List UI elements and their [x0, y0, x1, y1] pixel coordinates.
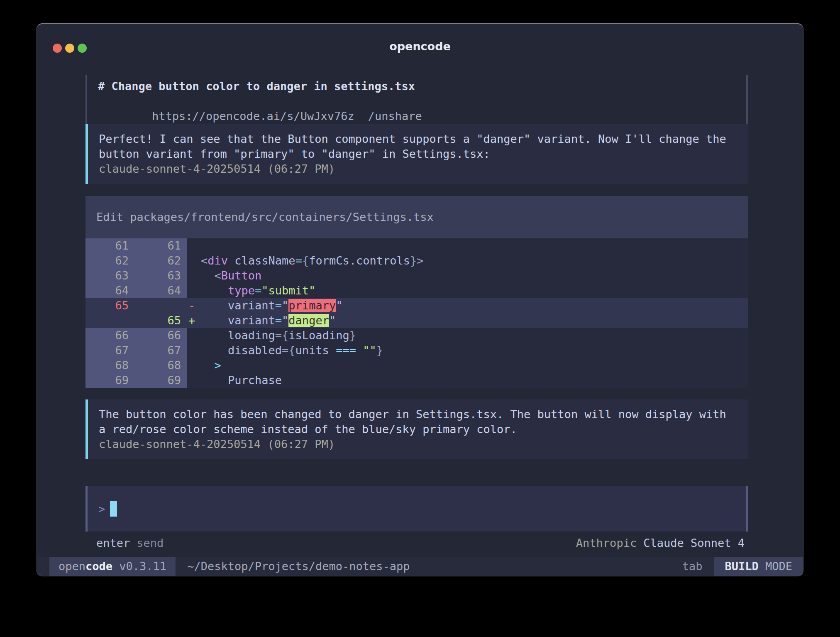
prompt-symbol: > — [98, 502, 105, 515]
mode-badge: BUILD MODE — [714, 557, 803, 576]
assistant-message-2: The button color has been changed to dan… — [85, 399, 748, 459]
mode-label: MODE — [765, 560, 792, 573]
assistant-message-1: Perfect! I can see that the Button compo… — [85, 124, 748, 184]
input-footer: entersend AnthropicClaude Sonnet 4 — [85, 536, 748, 551]
session-title: # Change button color to danger in setti… — [98, 79, 422, 94]
share-url-link[interactable]: https://opencode.ai/s/UwJxv76z — [152, 110, 354, 122]
app-name-code: code — [85, 560, 112, 573]
send-label: send — [137, 537, 164, 549]
mode-name: BUILD — [725, 560, 758, 573]
provider-name: Anthropic — [576, 537, 637, 549]
model-indicator: AnthropicClaude Sonnet 4 — [576, 536, 745, 551]
send-hint: entersend — [96, 536, 164, 551]
message-model-timestamp: claude-sonnet-4-20250514 (06:27 PM) — [99, 437, 738, 452]
diff-row: 6464 type="submit" — [85, 283, 748, 298]
message-text: The button color has been changed to dan… — [99, 407, 738, 437]
model-name: Claude Sonnet 4 — [643, 537, 745, 549]
prompt-input[interactable]: > — [85, 486, 748, 532]
edit-tool-card: Edit packages/frontend/src/containers/Se… — [85, 196, 748, 388]
app-name-open: open — [59, 560, 85, 573]
diff-row: 6868 > — [85, 358, 748, 373]
window-title: opencode — [37, 40, 803, 53]
text-cursor — [110, 501, 117, 517]
diff-row: 6363 <Button — [85, 268, 748, 283]
working-directory: ~/Desktop/Projects/demo-notes-app — [187, 557, 410, 576]
titlebar: opencode — [37, 24, 803, 57]
message-model-timestamp: claude-sonnet-4-20250514 (06:27 PM) — [99, 162, 738, 176]
diff-row: 6666 loading={isLoading} — [85, 328, 748, 343]
enter-key-hint: enter — [96, 537, 130, 549]
edit-tool-title: Edit packages/frontend/src/containers/Se… — [85, 196, 748, 238]
app-version: v0.3.11 — [119, 560, 166, 573]
diff-view: 61616262<div className={formCs.controls}… — [85, 238, 748, 388]
diff-row: 6262<div className={formCs.controls}> — [85, 253, 748, 268]
diff-row: 65+ variant="danger" — [85, 313, 748, 328]
diff-row: 6161 — [85, 238, 748, 253]
unshare-command[interactable]: /unshare — [368, 110, 422, 122]
diff-row: 6969 Purchase — [85, 373, 748, 388]
app-version-badge: opencode v0.3.11 — [49, 557, 176, 576]
status-bar: opencode v0.3.11 ~/Desktop/Projects/demo… — [37, 557, 803, 576]
tab-key-hint: tab — [682, 557, 703, 576]
message-text: Perfect! I can see that the Button compo… — [99, 132, 738, 162]
app-window: opencode # Change button color to danger… — [37, 23, 803, 576]
diff-row: 6767 disabled={units === ""} — [85, 343, 748, 358]
diff-row: 65- variant="primary" — [85, 298, 748, 313]
